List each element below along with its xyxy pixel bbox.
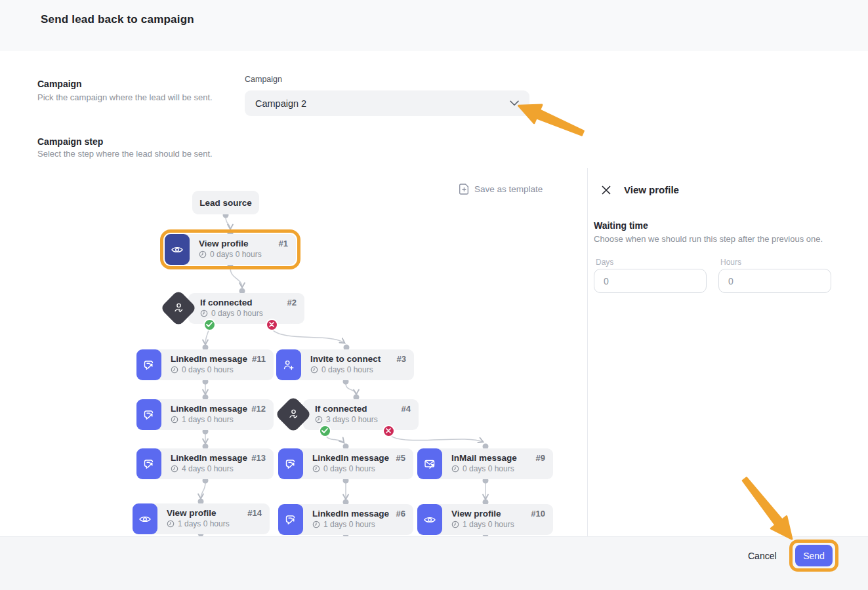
node-number: #13	[251, 453, 266, 463]
flow-node-view-profile-10[interactable]: View profile#10 1 days 0 hours	[417, 504, 553, 535]
clock-icon	[310, 366, 318, 374]
campaign-section-label: Campaign	[37, 79, 82, 89]
node-duration: 0 days 0 hours	[451, 464, 545, 473]
flow-node-linkedin-message-13[interactable]: LinkedIn message#13 4 days 0 hours	[136, 448, 274, 479]
node-duration: 0 days 0 hours	[171, 365, 266, 374]
campaign-field-label: Campaign	[245, 75, 282, 84]
clock-icon	[312, 465, 320, 473]
clock-icon	[200, 309, 208, 317]
node-number: #10	[531, 509, 545, 519]
node-title: Invite to connect	[310, 354, 381, 364]
campaign-step-section-description: Select the step where the lead should be…	[37, 149, 213, 159]
node-title: LinkedIn message	[171, 404, 247, 414]
node-title: View profile	[167, 508, 217, 518]
flow-node-view-profile-14[interactable]: View profile#14 1 days 0 hours	[133, 503, 270, 534]
node-number: #12	[251, 404, 266, 414]
modal-footer	[0, 536, 868, 590]
branch-yes-badge[interactable]	[319, 425, 331, 437]
file-plus-icon	[459, 184, 469, 195]
eye-icon	[133, 503, 157, 534]
lead-source-node[interactable]: Lead source	[192, 191, 259, 214]
campaign-step-section-label: Campaign step	[37, 136, 103, 147]
person-plus-icon	[276, 349, 301, 380]
flow-node-view-profile-1[interactable]: View profile#1 0 days 0 hours	[165, 234, 296, 265]
node-title: If connected	[315, 404, 367, 414]
node-title: View profile	[451, 509, 501, 519]
panel-title: View profile	[624, 184, 679, 195]
node-number: #11	[252, 354, 266, 364]
days-input[interactable]	[594, 269, 707, 293]
branch-no-badge[interactable]	[266, 319, 278, 331]
node-number: #2	[287, 298, 297, 307]
branch-no-badge[interactable]	[382, 425, 395, 437]
node-duration: 0 days 0 hours	[199, 250, 288, 259]
node-duration: 1 days 0 hours	[312, 520, 405, 529]
node-title: If connected	[200, 298, 253, 307]
save-as-template-label: Save as template	[474, 184, 543, 194]
flow-node-linkedin-message-11[interactable]: LinkedIn message#11 0 days 0 hours	[136, 349, 274, 380]
eye-icon	[165, 234, 190, 265]
node-title: View profile	[199, 239, 249, 248]
modal-header: Send lead back to campaign	[0, 0, 868, 51]
linkedin-message-icon	[136, 448, 161, 479]
chevron-down-icon	[510, 100, 519, 106]
panel-divider	[587, 168, 588, 536]
campaign-select-value: Campaign 2	[255, 98, 510, 109]
node-number: #1	[279, 239, 288, 248]
linkedin-message-icon	[136, 349, 161, 380]
node-number: #6	[396, 509, 405, 519]
campaign-select[interactable]: Campaign 2	[245, 90, 529, 116]
clock-icon	[199, 250, 207, 258]
clock-icon	[451, 465, 459, 473]
linkedin-message-icon	[278, 448, 303, 479]
node-title: LinkedIn message	[171, 354, 247, 364]
node-duration: 1 days 0 hours	[167, 519, 262, 528]
clock-icon	[171, 465, 178, 473]
flow-node-linkedin-message-6[interactable]: LinkedIn message#6 1 days 0 hours	[278, 504, 413, 535]
flow-node-linkedin-message-12[interactable]: LinkedIn message#12 1 days 0 hours	[136, 399, 274, 430]
clock-icon	[451, 521, 459, 528]
send-lead-back-modal: Send lead back to campaign Campaign Pick…	[0, 0, 868, 590]
node-number: #9	[536, 453, 545, 463]
hours-input[interactable]	[718, 269, 831, 293]
linkedin-message-icon	[278, 504, 303, 535]
flow-connectors	[0, 0, 868, 590]
cancel-button[interactable]: Cancel	[748, 551, 777, 561]
node-duration: 4 days 0 hours	[171, 464, 266, 473]
node-number: #14	[247, 508, 262, 518]
node-duration: 0 days 0 hours	[312, 464, 405, 473]
node-title: InMail message	[451, 453, 517, 463]
flow-node-linkedin-message-5[interactable]: LinkedIn message#5 0 days 0 hours	[278, 448, 413, 479]
node-title: LinkedIn message	[171, 453, 247, 463]
send-button[interactable]: Send	[795, 545, 833, 566]
days-label: Days	[596, 258, 613, 267]
hours-label: Hours	[720, 258, 741, 267]
annotation-arrow-send-button	[737, 473, 799, 545]
node-duration: 1 days 0 hours	[451, 520, 545, 529]
linkedin-message-icon	[136, 399, 161, 430]
branch-yes-badge[interactable]	[203, 319, 216, 331]
node-duration: 0 days 0 hours	[200, 309, 297, 318]
clock-icon	[315, 416, 323, 423]
clock-icon	[171, 366, 178, 374]
clock-icon	[312, 521, 320, 528]
flow-node-invite-to-connect-3[interactable]: Invite to connect#3 0 days 0 hours	[276, 349, 414, 380]
inmail-envelope-icon	[417, 448, 442, 479]
node-duration: 0 days 0 hours	[310, 365, 406, 374]
node-title: LinkedIn message	[312, 509, 389, 519]
lead-source-label: Lead source	[199, 198, 252, 208]
eye-icon	[417, 504, 442, 535]
flow-node-inmail-message-9[interactable]: InMail message#9 0 days 0 hours	[417, 448, 553, 479]
clock-icon	[167, 520, 175, 528]
flow-node-if-connected-4[interactable]: If connected#4 3 days 0 hours	[303, 399, 419, 430]
waiting-time-heading: Waiting time	[594, 220, 648, 231]
node-title: LinkedIn message	[312, 453, 389, 463]
waiting-time-description: Choose when we should run this step afte…	[594, 234, 823, 244]
node-duration: 1 days 0 hours	[171, 415, 266, 424]
clock-icon	[171, 416, 178, 423]
node-number: #4	[402, 404, 411, 414]
node-duration: 3 days 0 hours	[315, 415, 411, 424]
node-number: #3	[397, 354, 406, 364]
save-as-template-button[interactable]: Save as template	[459, 184, 543, 195]
close-icon[interactable]	[601, 185, 611, 195]
